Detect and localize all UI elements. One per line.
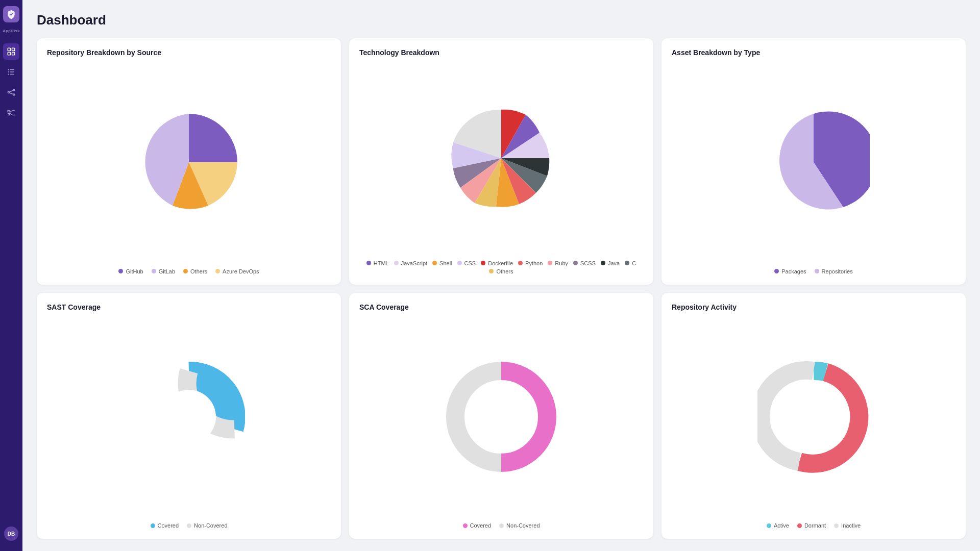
sca-coverage-chart — [359, 315, 643, 519]
legend-java: Java — [601, 260, 620, 266]
svg-point-5 — [8, 71, 9, 72]
asset-breakdown-legend: Packages Repositories — [672, 268, 955, 274]
svg-point-11 — [13, 89, 15, 91]
legend-packages: Packages — [774, 268, 806, 274]
repo-activity-chart — [672, 315, 955, 519]
svg-point-4 — [8, 69, 9, 70]
legend-gitlab: GitLab — [152, 268, 175, 274]
sca-coverage-legend: Covered Non-Covered — [359, 522, 643, 529]
sidebar-item-flow[interactable] — [3, 105, 19, 121]
svg-point-10 — [8, 92, 9, 93]
repo-breakdown-chart — [47, 61, 331, 264]
user-avatar[interactable]: DB — [4, 527, 18, 541]
sidebar: AppRisk — [0, 0, 22, 551]
repo-activity-legend: Active Dormant Inactive — [672, 522, 955, 529]
legend-css: CSS — [457, 260, 476, 266]
card-repo-breakdown: Repository Breakdown by Source G — [37, 38, 341, 285]
card-sca-coverage-title: SCA Coverage — [359, 303, 409, 311]
legend-python: Python — [518, 260, 543, 266]
sidebar-item-dashboard[interactable] — [3, 43, 19, 60]
repo-breakdown-legend: GitHub GitLab Others Azure DevOps — [47, 268, 331, 274]
legend-sast-covered: Covered — [151, 522, 179, 529]
svg-rect-1 — [12, 48, 15, 51]
card-tech-breakdown: Technology Breakdown — [349, 38, 653, 285]
sidebar-item-list[interactable] — [3, 64, 19, 80]
asset-breakdown-chart — [672, 61, 955, 264]
legend-others: Others — [183, 268, 207, 274]
legend-active: Active — [767, 522, 789, 529]
legend-c: C — [625, 260, 636, 266]
legend-dormant: Dormant — [797, 522, 826, 529]
legend-inactive: Inactive — [834, 522, 861, 529]
svg-point-15 — [162, 390, 216, 444]
legend-github: GitHub — [118, 268, 143, 274]
app-name: AppRisk — [3, 29, 19, 33]
legend-azure: Azure DevOps — [215, 268, 259, 274]
card-asset-breakdown-title: Asset Breakdown by Type — [672, 48, 760, 57]
card-repo-activity-title: Repository Activity — [672, 303, 737, 311]
tech-breakdown-chart — [359, 61, 643, 256]
svg-rect-2 — [8, 53, 10, 55]
main-content: Dashboard Repository Breakdown by Source — [22, 0, 980, 551]
legend-repositories: Repositories — [815, 268, 853, 274]
card-asset-breakdown: Asset Breakdown by Type Packages Reposit… — [662, 38, 966, 285]
legend-ruby: Ruby — [548, 260, 568, 266]
app-logo — [3, 6, 19, 22]
sast-coverage-chart — [47, 315, 331, 519]
legend-js: JavaScript — [394, 260, 427, 266]
card-repo-breakdown-title: Repository Breakdown by Source — [47, 48, 161, 57]
page-title: Dashboard — [37, 12, 966, 28]
card-tech-breakdown-title: Technology Breakdown — [359, 48, 439, 57]
legend-sca-non-covered: Non-Covered — [499, 522, 540, 529]
legend-scss: SCSS — [573, 260, 596, 266]
sidebar-item-connections[interactable] — [3, 84, 19, 101]
sast-coverage-legend: Covered Non-Covered — [47, 522, 331, 529]
legend-shell: Shell — [432, 260, 452, 266]
svg-line-13 — [9, 90, 13, 92]
legend-sast-non-covered: Non-Covered — [187, 522, 227, 529]
svg-rect-3 — [12, 53, 15, 55]
card-sast-coverage-title: SAST Coverage — [47, 303, 101, 311]
svg-point-16 — [474, 390, 528, 444]
svg-point-12 — [13, 94, 15, 95]
legend-tech-others: Others — [489, 268, 513, 274]
svg-line-14 — [9, 93, 13, 94]
legend-dockerfile: Dockerfile — [481, 260, 513, 266]
svg-rect-0 — [8, 48, 10, 51]
legend-sca-covered: Covered — [463, 522, 492, 529]
card-repo-activity: Repository Activity A — [662, 293, 966, 539]
card-sca-coverage: SCA Coverage Covered — [349, 293, 653, 539]
legend-html: HTML — [366, 260, 389, 266]
tech-breakdown-legend: HTML JavaScript Shell CSS Dockerfile Pyt… — [359, 260, 643, 274]
card-sast-coverage: SAST Coverage — [37, 293, 341, 539]
svg-point-6 — [8, 73, 9, 74]
dashboard-grid: Repository Breakdown by Source G — [37, 38, 966, 539]
svg-point-17 — [787, 390, 841, 444]
